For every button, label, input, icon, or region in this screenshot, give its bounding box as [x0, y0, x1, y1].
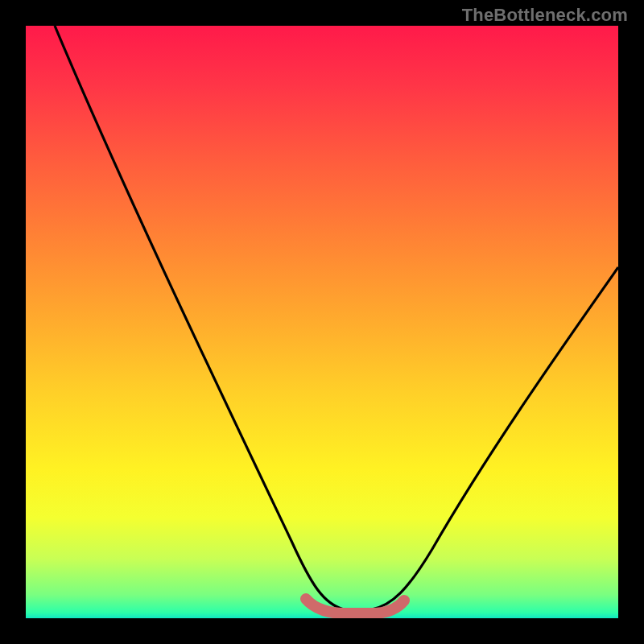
- watermark-text: TheBottleneck.com: [462, 5, 628, 26]
- plot-area: [26, 26, 618, 618]
- curve-layer: [26, 26, 618, 618]
- chart-frame: TheBottleneck.com: [0, 0, 644, 644]
- bottleneck-curve: [55, 26, 618, 609]
